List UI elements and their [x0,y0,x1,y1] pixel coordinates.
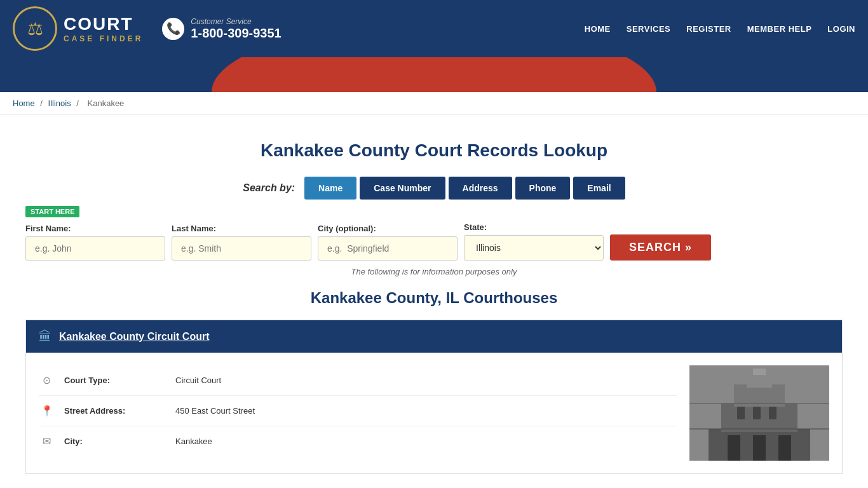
page-title: Kankakee County Court Records Lookup [25,140,843,161]
courthouse-header: 🏛 Kankakee County Circuit Court [26,320,842,353]
svg-rect-8 [778,435,791,461]
tab-name[interactable]: Name [304,177,356,200]
court-type-value: Circuit Court [175,376,221,385]
breadcrumb-home[interactable]: Home [13,98,35,108]
tab-phone[interactable]: Phone [515,177,571,200]
logo-area: COURT CASE FINDER [13,6,143,51]
red-arc: ★ ★ ★ 🦅 ★ ★ ★ [212,57,656,92]
logo-case-finder-text: CASE FINDER [64,34,143,43]
search-by-row: Search by: Name Case Number Address Phon… [25,177,843,200]
city-label: City (optional): [318,224,458,233]
courthouses-title: Kankakee County, IL Courthouses [25,289,843,307]
city-value: Kankakee [175,437,212,446]
courthouse-image [689,365,829,461]
city-icon: ✉ [39,435,55,447]
search-button[interactable]: SEARCH » [610,234,711,261]
main-content: Kankakee County Court Records Lookup Sea… [0,115,868,488]
breadcrumb-state[interactable]: Illinois [48,98,71,108]
svg-rect-9 [737,407,745,419]
start-here-badge: START HERE [25,206,79,217]
last-name-input[interactable] [172,236,311,261]
tab-address[interactable]: Address [449,177,512,200]
tab-email[interactable]: Email [573,177,625,200]
city-group: City (optional): [318,224,458,261]
courthouse-card: 🏛 Kankakee County Circuit Court ⊙ Court … [25,320,843,474]
courthouse-icon: 🏛 [39,329,51,344]
cs-text: Customer Service 1-800-309-9351 [191,17,281,41]
cs-phone-number: 1-800-309-9351 [191,26,281,41]
breadcrumb: Home / Illinois / Kankakee [0,92,868,115]
customer-service: 📞 Customer Service 1-800-309-9351 [162,17,281,41]
courthouse-details: ⊙ Court Type: Circuit Court 📍 Street Add… [39,365,677,461]
state-label: State: [464,222,604,232]
courthouse-name-link[interactable]: Kankakee County Circuit Court [59,331,209,342]
nav-login[interactable]: LOGIN [827,24,855,34]
city-input[interactable] [318,236,458,261]
breadcrumb-sep1: / [40,98,44,108]
first-name-group: First Name: [25,224,165,261]
logo-court-text: COURT [64,14,143,34]
breadcrumb-sep2: / [76,98,81,108]
first-name-input[interactable] [25,236,165,261]
info-note: The following is for information purpose… [25,267,843,276]
address-value: 450 East Court Street [175,406,255,416]
nav-member-help[interactable]: MEMBER HELP [747,24,812,34]
site-header: COURT CASE FINDER 📞 Customer Service 1-8… [0,0,868,57]
search-by-label: Search by: [243,182,295,194]
address-icon: 📍 [39,405,55,417]
court-type-icon: ⊙ [39,374,55,386]
last-name-group: Last Name: [172,224,311,261]
detail-row-city: ✉ City: Kankakee [39,426,677,456]
svg-rect-6 [728,435,740,461]
search-form: First Name: Last Name: City (optional): … [25,222,843,261]
svg-rect-5 [753,369,766,375]
detail-row-address: 📍 Street Address: 450 East Court Street [39,396,677,426]
court-type-label: Court Type: [64,376,166,385]
cs-label: Customer Service [191,17,281,26]
detail-row-court-type: ⊙ Court Type: Circuit Court [39,365,677,396]
phone-icon: 📞 [162,18,184,40]
breadcrumb-county: Kankakee [88,98,125,108]
city-label-detail: City: [64,437,166,446]
state-group: State: Illinois Alabama Alaska Arizona A… [464,222,604,261]
nav-services[interactable]: SERVICES [627,24,671,34]
nav-register[interactable]: REGISTER [686,24,731,34]
svg-rect-10 [753,407,761,419]
address-label: Street Address: [64,406,166,416]
nav-home[interactable]: HOME [585,24,611,34]
svg-rect-7 [753,435,766,461]
first-name-label: First Name: [25,224,165,233]
red-arc-container: ★ ★ ★ 🦅 ★ ★ ★ [0,57,868,92]
svg-rect-11 [769,407,776,419]
courthouse-body: ⊙ Court Type: Circuit Court 📍 Street Add… [26,353,842,473]
last-name-label: Last Name: [172,224,311,233]
logo-text: COURT CASE FINDER [64,14,143,43]
main-nav: HOME SERVICES REGISTER MEMBER HELP LOGIN [585,24,855,34]
state-select[interactable]: Illinois Alabama Alaska Arizona Arkansas… [464,235,604,261]
tab-case-number[interactable]: Case Number [360,177,445,200]
logo-icon [13,6,57,51]
